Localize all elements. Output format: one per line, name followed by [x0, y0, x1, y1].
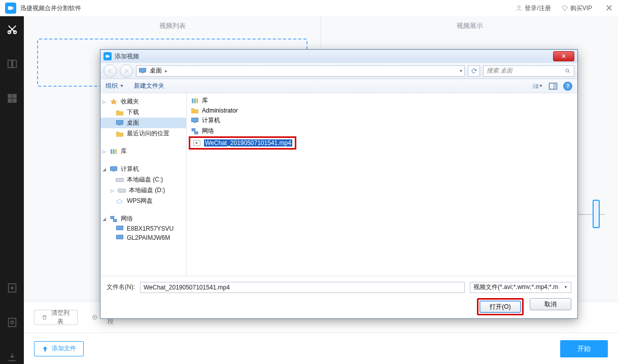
tree-network-label: 网络: [121, 214, 133, 223]
file-admin[interactable]: Administrator: [189, 106, 575, 115]
cut-tool-icon[interactable]: [5, 22, 19, 37]
tree-downloads[interactable]: 下载: [100, 107, 186, 118]
svg-point-1: [518, 6, 521, 8]
preview-pane-button[interactable]: [548, 82, 558, 91]
file-computer-label: 计算机: [202, 116, 220, 125]
file-libraries[interactable]: 库: [189, 95, 575, 106]
svg-rect-0: [8, 7, 12, 10]
download-icon[interactable]: [5, 350, 19, 364]
app-title: 迅捷视频合并分割软件: [20, 4, 81, 13]
help-button[interactable]: ?: [563, 82, 572, 91]
svg-rect-32: [111, 216, 114, 219]
dialog-button-row: 打开(O) 取消: [100, 298, 577, 318]
addr-history-icon[interactable]: ▾: [460, 68, 462, 74]
svg-rect-29: [113, 170, 115, 171]
svg-rect-4: [8, 60, 11, 68]
app-close-button[interactable]: ✕: [605, 3, 613, 14]
dialog-nav-bar: 桌面 ▸ ▾ 搜索 桌面: [100, 63, 577, 79]
tree-net1-label: E8BX1R57YSVU: [127, 225, 174, 232]
filename-input[interactable]: [140, 282, 465, 293]
svg-rect-24: [119, 124, 121, 125]
tree-recent[interactable]: 最近访问的位置: [100, 128, 186, 139]
svg-point-18: [566, 69, 569, 72]
svg-point-12: [11, 321, 14, 324]
cancel-button[interactable]: 取消: [530, 298, 571, 310]
file-network-label: 网络: [202, 127, 214, 135]
svg-rect-23: [116, 120, 123, 124]
tree-net1[interactable]: E8BX1R57YSVU: [100, 224, 186, 233]
tree-desktop[interactable]: 桌面: [100, 118, 186, 128]
vip-label: 购买VIP: [570, 4, 592, 13]
svg-rect-5: [12, 60, 16, 68]
svg-rect-40: [194, 122, 196, 123]
grid-tool-icon[interactable]: [5, 91, 19, 105]
app-titlebar: 迅捷视频合并分割软件 登录/注册 购买VIP ✕: [0, 0, 618, 16]
left-sidebar: [0, 16, 24, 364]
video-list-title: 视频列表: [24, 16, 321, 33]
tree-net2-label: GL2PAIMJW6M: [127, 234, 170, 241]
search-icon: [565, 68, 571, 74]
file-type-filter[interactable]: 视频文件(*.avi;*.wmv;*.mp4;*.m▼: [470, 282, 571, 293]
tree-net2[interactable]: GL2PAIMJW6M: [100, 233, 186, 242]
svg-rect-34: [116, 226, 123, 230]
svg-rect-19: [533, 84, 535, 86]
svg-rect-17: [142, 72, 144, 73]
clear-list-button[interactable]: 清空列表: [34, 310, 78, 325]
svg-rect-16: [139, 68, 146, 72]
tree-desktop-label: 桌面: [127, 119, 139, 127]
tree-drive-c-label: 本地磁盘 (C:): [127, 175, 163, 184]
breadcrumb-arrow-icon[interactable]: ▸: [165, 68, 167, 74]
refresh-button[interactable]: [468, 65, 480, 77]
file-admin-label: Administrator: [202, 107, 238, 114]
tree-drive-c[interactable]: 本地磁盘 (C:): [100, 174, 186, 185]
file-network[interactable]: 网络: [189, 126, 575, 136]
start-button[interactable]: 开始: [560, 340, 608, 357]
svg-rect-39: [191, 118, 198, 122]
file-selected-video[interactable]: WeChat_20190507101541.mp4: [191, 138, 294, 148]
organize-label: 组织: [106, 82, 118, 90]
tree-wps-label: WPS网盘: [127, 197, 153, 205]
tree-drive-d[interactable]: ▷本地磁盘 (D:): [100, 185, 186, 196]
tree-computer[interactable]: ◢计算机: [100, 164, 186, 174]
highlighted-file-annotation: WeChat_20190507101541.mp4: [189, 136, 296, 150]
dialog-icon: [104, 52, 112, 60]
settings-page-icon[interactable]: [5, 315, 19, 330]
split-tool-icon[interactable]: [5, 57, 19, 71]
add-page-icon[interactable]: [5, 281, 19, 295]
clear-list-label: 清空列表: [50, 309, 70, 326]
tree-libraries[interactable]: ▷库: [100, 146, 186, 157]
svg-rect-30: [116, 178, 124, 181]
svg-rect-22: [554, 83, 557, 89]
open-button[interactable]: 打开(O): [479, 301, 521, 313]
svg-rect-37: [194, 98, 196, 103]
new-folder-button[interactable]: 新建文件夹: [134, 82, 164, 90]
range-end-handle[interactable]: [593, 200, 600, 228]
open-file-dialog: 添加视频 ✕ 桌面 ▸ ▾ 搜索 桌面 组织▼ 新建文件夹 ▼ ?: [100, 49, 578, 319]
filename-label: 文件名(N):: [107, 283, 135, 292]
nav-forward-button[interactable]: [120, 64, 133, 78]
add-file-button[interactable]: 添加文件: [34, 341, 84, 356]
tree-drive-d-label: 本地磁盘 (D:): [129, 186, 165, 195]
app-logo-icon: [5, 3, 16, 14]
tree-favorites[interactable]: ▷收藏夹: [100, 96, 186, 107]
file-libraries-label: 库: [202, 96, 208, 105]
svg-rect-42: [194, 131, 198, 134]
login-button[interactable]: 登录/注册: [516, 4, 551, 13]
search-input[interactable]: 搜索 桌面: [483, 65, 574, 77]
svg-rect-9: [12, 99, 16, 102]
tree-network[interactable]: ◢网络: [100, 213, 186, 224]
tree-wps[interactable]: WPS网盘: [100, 196, 186, 206]
file-computer[interactable]: 计算机: [189, 115, 575, 126]
organize-menu[interactable]: 组织▼: [106, 82, 124, 90]
dialog-toolbar: 组织▼ 新建文件夹 ▼ ?: [100, 79, 577, 93]
vip-button[interactable]: 购买VIP: [561, 4, 592, 13]
svg-rect-25: [111, 149, 112, 154]
file-type-filter-label: 视频文件(*.avi;*.wmv;*.mp4;*.m: [473, 283, 558, 292]
dialog-close-button[interactable]: ✕: [553, 51, 574, 61]
svg-rect-36: [192, 98, 193, 103]
svg-rect-35: [116, 235, 123, 239]
new-folder-label: 新建文件夹: [134, 82, 164, 90]
view-mode-button[interactable]: ▼: [533, 82, 543, 91]
nav-back-button[interactable]: [104, 64, 117, 78]
address-bar[interactable]: 桌面 ▸ ▾: [136, 65, 465, 77]
